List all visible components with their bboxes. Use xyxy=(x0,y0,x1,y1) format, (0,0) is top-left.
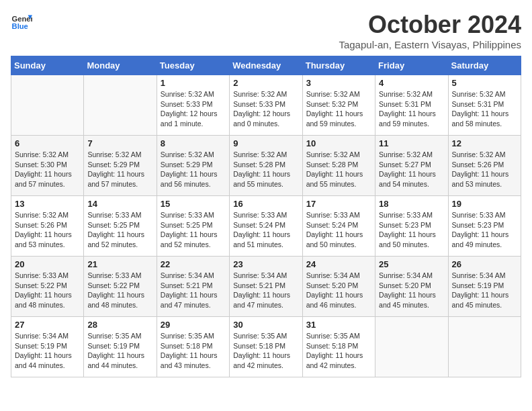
svg-text:Blue: Blue xyxy=(12,22,28,30)
day-number: 14 xyxy=(87,199,152,209)
day-cell: 2Sunrise: 5:32 AMSunset: 5:33 PMDaylight… xyxy=(230,75,302,136)
day-cell: 4Sunrise: 5:32 AMSunset: 5:31 PMDaylight… xyxy=(375,75,448,136)
day-number: 31 xyxy=(306,320,371,330)
day-info: Sunrise: 5:32 AMSunset: 5:31 PMDaylight:… xyxy=(452,89,517,129)
day-info: Sunrise: 5:32 AMSunset: 5:26 PMDaylight:… xyxy=(15,210,80,250)
day-number: 13 xyxy=(15,199,80,209)
day-number: 17 xyxy=(306,199,371,209)
day-cell: 8Sunrise: 5:32 AMSunset: 5:29 PMDaylight… xyxy=(157,136,229,196)
day-cell: 28Sunrise: 5:35 AMSunset: 5:19 PMDayligh… xyxy=(84,317,157,377)
day-number: 4 xyxy=(379,78,444,88)
day-info: Sunrise: 5:32 AMSunset: 5:27 PMDaylight:… xyxy=(379,150,444,189)
day-number: 27 xyxy=(15,320,80,330)
day-number: 19 xyxy=(452,199,517,209)
day-cell xyxy=(11,75,84,136)
day-info: Sunrise: 5:34 AMSunset: 5:19 PMDaylight:… xyxy=(15,331,80,371)
day-number: 16 xyxy=(233,199,298,209)
page-header: General Blue October 2024 Tagapul-an, Ea… xyxy=(11,11,521,50)
header-row: SundayMondayTuesdayWednesdayThursdayFrid… xyxy=(11,56,521,75)
day-cell xyxy=(375,317,448,377)
day-number: 3 xyxy=(306,78,371,88)
day-cell: 1Sunrise: 5:32 AMSunset: 5:33 PMDaylight… xyxy=(157,75,229,136)
day-info: Sunrise: 5:35 AMSunset: 5:18 PMDaylight:… xyxy=(161,331,226,371)
day-cell: 31Sunrise: 5:35 AMSunset: 5:18 PMDayligh… xyxy=(302,317,375,377)
day-cell: 17Sunrise: 5:33 AMSunset: 5:24 PMDayligh… xyxy=(302,196,375,257)
day-cell: 13Sunrise: 5:32 AMSunset: 5:26 PMDayligh… xyxy=(11,196,84,257)
day-info: Sunrise: 5:32 AMSunset: 5:33 PMDaylight:… xyxy=(161,89,226,129)
day-number: 7 xyxy=(87,138,152,148)
day-cell: 15Sunrise: 5:33 AMSunset: 5:25 PMDayligh… xyxy=(157,196,229,257)
day-info: Sunrise: 5:34 AMSunset: 5:20 PMDaylight:… xyxy=(306,271,371,310)
location-subtitle: Tagapul-an, Eastern Visayas, Philippines xyxy=(339,39,521,50)
day-cell: 18Sunrise: 5:33 AMSunset: 5:23 PMDayligh… xyxy=(375,196,448,257)
day-number: 26 xyxy=(452,259,517,269)
day-info: Sunrise: 5:33 AMSunset: 5:25 PMDaylight:… xyxy=(161,210,226,250)
day-cell: 12Sunrise: 5:32 AMSunset: 5:26 PMDayligh… xyxy=(448,136,521,196)
day-cell: 7Sunrise: 5:32 AMSunset: 5:29 PMDaylight… xyxy=(84,136,157,196)
day-cell: 29Sunrise: 5:35 AMSunset: 5:18 PMDayligh… xyxy=(157,317,229,377)
week-row-2: 6Sunrise: 5:32 AMSunset: 5:30 PMDaylight… xyxy=(11,136,521,196)
day-info: Sunrise: 5:32 AMSunset: 5:32 PMDaylight:… xyxy=(306,89,371,129)
day-cell: 19Sunrise: 5:33 AMSunset: 5:23 PMDayligh… xyxy=(448,196,521,257)
day-number: 6 xyxy=(15,138,80,148)
day-cell: 3Sunrise: 5:32 AMSunset: 5:32 PMDaylight… xyxy=(302,75,375,136)
day-info: Sunrise: 5:32 AMSunset: 5:33 PMDaylight:… xyxy=(233,89,298,129)
header-day-sunday: Sunday xyxy=(11,56,84,75)
header-day-friday: Friday xyxy=(375,56,448,75)
day-cell xyxy=(448,317,521,377)
day-cell: 20Sunrise: 5:33 AMSunset: 5:22 PMDayligh… xyxy=(11,257,84,317)
day-info: Sunrise: 5:35 AMSunset: 5:18 PMDaylight:… xyxy=(306,331,371,371)
day-info: Sunrise: 5:35 AMSunset: 5:18 PMDaylight:… xyxy=(233,331,298,371)
day-number: 12 xyxy=(452,138,517,148)
day-info: Sunrise: 5:33 AMSunset: 5:22 PMDaylight:… xyxy=(15,271,80,310)
day-cell: 16Sunrise: 5:33 AMSunset: 5:24 PMDayligh… xyxy=(230,196,302,257)
day-info: Sunrise: 5:34 AMSunset: 5:20 PMDaylight:… xyxy=(379,271,444,310)
day-number: 9 xyxy=(233,138,298,148)
day-info: Sunrise: 5:34 AMSunset: 5:21 PMDaylight:… xyxy=(233,271,298,310)
day-cell: 21Sunrise: 5:33 AMSunset: 5:22 PMDayligh… xyxy=(84,257,157,317)
week-row-4: 20Sunrise: 5:33 AMSunset: 5:22 PMDayligh… xyxy=(11,257,521,317)
day-number: 24 xyxy=(306,259,371,269)
day-info: Sunrise: 5:33 AMSunset: 5:23 PMDaylight:… xyxy=(379,210,444,250)
header-day-thursday: Thursday xyxy=(302,56,375,75)
logo-icon: General Blue xyxy=(11,11,32,32)
day-number: 29 xyxy=(161,320,226,330)
day-cell: 23Sunrise: 5:34 AMSunset: 5:21 PMDayligh… xyxy=(230,257,302,317)
day-number: 22 xyxy=(161,259,226,269)
day-info: Sunrise: 5:33 AMSunset: 5:22 PMDaylight:… xyxy=(87,271,152,310)
day-number: 30 xyxy=(233,320,298,330)
calendar-table: SundayMondayTuesdayWednesdayThursdayFrid… xyxy=(11,56,521,377)
day-info: Sunrise: 5:33 AMSunset: 5:23 PMDaylight:… xyxy=(452,210,517,250)
week-row-3: 13Sunrise: 5:32 AMSunset: 5:26 PMDayligh… xyxy=(11,196,521,257)
day-cell: 9Sunrise: 5:32 AMSunset: 5:28 PMDaylight… xyxy=(230,136,302,196)
day-number: 23 xyxy=(233,259,298,269)
day-number: 11 xyxy=(379,138,444,148)
day-cell: 30Sunrise: 5:35 AMSunset: 5:18 PMDayligh… xyxy=(230,317,302,377)
day-cell: 11Sunrise: 5:32 AMSunset: 5:27 PMDayligh… xyxy=(375,136,448,196)
month-title: October 2024 xyxy=(339,11,521,39)
day-cell xyxy=(84,75,157,136)
day-info: Sunrise: 5:35 AMSunset: 5:19 PMDaylight:… xyxy=(87,331,152,371)
day-number: 15 xyxy=(161,199,226,209)
day-info: Sunrise: 5:32 AMSunset: 5:28 PMDaylight:… xyxy=(306,150,371,189)
header-day-monday: Monday xyxy=(84,56,157,75)
day-cell: 5Sunrise: 5:32 AMSunset: 5:31 PMDaylight… xyxy=(448,75,521,136)
day-cell: 26Sunrise: 5:34 AMSunset: 5:19 PMDayligh… xyxy=(448,257,521,317)
day-number: 5 xyxy=(452,78,517,88)
day-cell: 14Sunrise: 5:33 AMSunset: 5:25 PMDayligh… xyxy=(84,196,157,257)
day-number: 18 xyxy=(379,199,444,209)
day-cell: 6Sunrise: 5:32 AMSunset: 5:30 PMDaylight… xyxy=(11,136,84,196)
day-number: 1 xyxy=(161,78,226,88)
day-cell: 10Sunrise: 5:32 AMSunset: 5:28 PMDayligh… xyxy=(302,136,375,196)
day-info: Sunrise: 5:33 AMSunset: 5:25 PMDaylight:… xyxy=(87,210,152,250)
day-number: 2 xyxy=(233,78,298,88)
logo: General Blue xyxy=(11,11,32,32)
day-number: 21 xyxy=(87,259,152,269)
day-number: 10 xyxy=(306,138,371,148)
day-info: Sunrise: 5:32 AMSunset: 5:30 PMDaylight:… xyxy=(15,150,80,189)
day-info: Sunrise: 5:34 AMSunset: 5:19 PMDaylight:… xyxy=(452,271,517,310)
day-number: 25 xyxy=(379,259,444,269)
day-info: Sunrise: 5:34 AMSunset: 5:21 PMDaylight:… xyxy=(161,271,226,310)
day-info: Sunrise: 5:33 AMSunset: 5:24 PMDaylight:… xyxy=(233,210,298,250)
day-info: Sunrise: 5:32 AMSunset: 5:26 PMDaylight:… xyxy=(452,150,517,189)
